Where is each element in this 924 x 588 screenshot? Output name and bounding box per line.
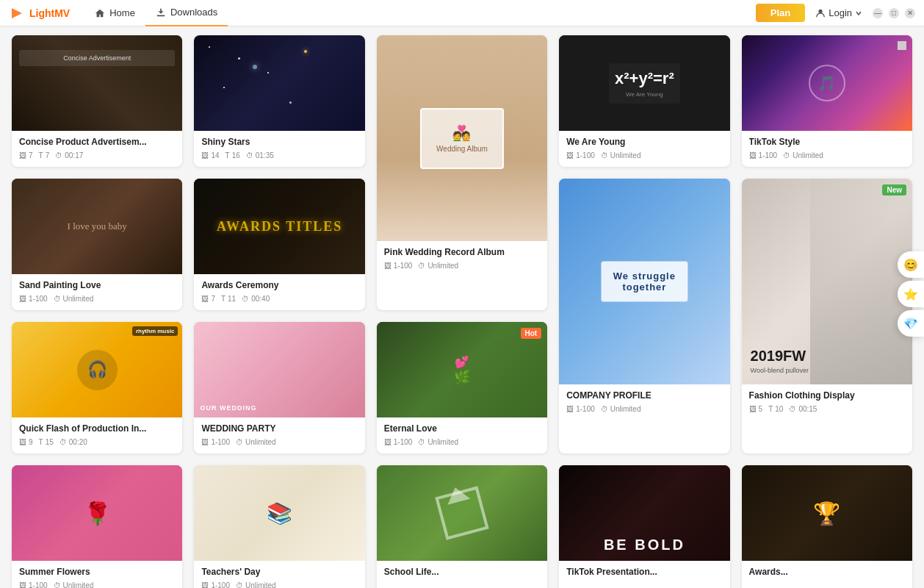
card-meta: 🖼 1-100 ⏱ Unlimited (384, 438, 540, 446)
card-meta: 🖼 7 T 7 ⏱ 00:17 (19, 151, 175, 159)
meta-photos: 🖼 1-100 (201, 581, 230, 588)
meta-photos: 🖼 1-100 (566, 405, 595, 413)
svg-marker-0 (12, 8, 22, 18)
card-be-bold[interactable]: Be Bold TikTok Presentation... (559, 465, 729, 588)
card-eternal-love[interactable]: Hot 💕 🌿 Eternal Love 🖼 1-100 (377, 322, 547, 453)
text-icon: T (225, 151, 230, 159)
card-title: Sand Painting Love (19, 280, 175, 290)
clock-icon: ⏱ (601, 151, 608, 159)
nav-home[interactable]: Home (84, 0, 145, 26)
meta-photos: 🖼 1-100 (384, 262, 413, 270)
photo-icon: 🖼 (201, 581, 209, 588)
card-meta: 🖼 1-100 ⏱ Unlimited (201, 581, 357, 588)
card-summer-flowers[interactable]: 🌹 Summer Flowers 🖼 1-100 ⏱ Unlimited (12, 465, 182, 588)
card-sand-painting[interactable]: I love you baby Sand Painting Love 🖼 1-1… (12, 179, 182, 310)
card-pink-wedding[interactable]: 💑 Wedding Album Pink Wedding Record Albu… (377, 35, 547, 310)
card-awards-ceremony[interactable]: AWARDS TITLES Awards Ceremony 🖼 7 T 11 ⏱ (194, 179, 364, 310)
card-graduation[interactable]: School Life... (377, 465, 547, 588)
clock-icon: ⏱ (54, 295, 61, 303)
photo-icon: 🖼 (384, 438, 391, 446)
card-tiktok-style[interactable]: 🎵 TikTok Style 🖼 1-100 ⏱ Unlimited (742, 35, 912, 167)
card-thumb: We struggle together (559, 179, 729, 384)
card-meta: 🖼 7 T 11 ⏱ 00:40 (201, 295, 357, 303)
awards-title: AWARDS TITLES (217, 219, 342, 234)
nav-downloads[interactable]: Downloads (145, 0, 228, 26)
card-we-are-young[interactable]: x²+y²=r² We Are Young We Are Young 🖼 1-1… (559, 35, 729, 167)
card-meta: 🖼 1-100 ⏱ Unlimited (749, 151, 905, 159)
maximize-button[interactable]: □ (889, 8, 899, 18)
photo-icon: 🖼 (201, 438, 209, 446)
photo-icon: 🖼 (201, 151, 209, 159)
minimize-button[interactable]: — (873, 8, 883, 18)
card-meta: 🖼 1-100 ⏱ Unlimited (566, 151, 722, 159)
card-thumb: 🌹 (12, 465, 182, 561)
photo-icon: 🖼 (566, 405, 574, 413)
card-info: Summer Flowers 🖼 1-100 ⏱ Unlimited (12, 561, 182, 588)
card-info: Eternal Love 🖼 1-100 ⏱ Unlimited (377, 417, 547, 453)
meta-photos: 🖼 5 (749, 405, 763, 413)
plan-button[interactable]: Plan (756, 4, 805, 22)
user-icon (815, 8, 826, 18)
meta-duration: ⏱ Unlimited (601, 405, 641, 413)
card-thumb: AWARDS TITLES (194, 179, 364, 274)
card-thumb: Concise Advertisement (12, 35, 182, 131)
card-meta: 🖼 1-100 ⏱ Unlimited (566, 405, 722, 413)
clock-icon: ⏱ (601, 405, 608, 413)
meta-photos: 🖼 1-100 (201, 438, 230, 446)
meta-duration: ⏱ 00:40 (242, 295, 270, 303)
photo-icon: 🖼 (749, 405, 757, 413)
card-wedding-party[interactable]: OUR WEDDING WEDDING PARTY 🖼 1-100 ⏱ Unli… (194, 322, 364, 453)
meta-texts: T 7 (39, 151, 50, 159)
photo-icon: 🖼 (19, 581, 26, 588)
card-title: Teachers' Day (201, 567, 357, 577)
card-title: Awards Ceremony (201, 280, 357, 290)
float-btn-star[interactable]: ⭐ (898, 281, 924, 307)
card-thumb: 🏆 (742, 465, 912, 561)
main-content: Concise Advertisement Concise Product Ad… (0, 26, 924, 588)
card-trophy[interactable]: 🏆 Awards... (742, 465, 912, 588)
meta-photos: 🖼 9 (19, 438, 33, 446)
clock-icon: ⏱ (242, 295, 249, 303)
card-badge-hot: Hot (521, 328, 542, 339)
card-title: WEDDING PARTY (201, 423, 357, 434)
photo-icon: 🖼 (566, 151, 574, 159)
card-quick-flash[interactable]: rhythm music 🎧 Quick Flash of Production… (12, 322, 182, 453)
card-badge-new: New (882, 184, 906, 196)
meta-texts: T 15 (39, 438, 54, 446)
card-info: Pink Wedding Record Album 🖼 1-100 ⏱ Unli… (377, 241, 547, 277)
card-concise-product[interactable]: Concise Advertisement Concise Product Ad… (12, 35, 182, 167)
card-thumb: 🎵 (742, 35, 912, 131)
meta-photos: 🖼 1-100 (566, 151, 595, 159)
card-title: Eternal Love (384, 423, 540, 434)
clock-icon: ⏱ (55, 151, 62, 159)
clock-icon: ⏱ (789, 405, 796, 413)
card-badge-rhythm: rhythm music (132, 326, 178, 336)
float-btn-face[interactable]: 😊 (898, 251, 924, 278)
clock-icon: ⏱ (236, 438, 243, 446)
card-fashion-clothing[interactable]: 2019FW Wool-blend pullover New Fashion C… (742, 179, 912, 453)
meta-duration: ⏱ 00:17 (55, 151, 83, 159)
float-btn-gem[interactable]: 💎 (898, 310, 924, 337)
card-info: Fashion Clothing Display 🖼 5 T 10 ⏱ 00:1… (742, 384, 912, 420)
card-thumb: 2019FW Wool-blend pullover New (742, 179, 912, 384)
clock-icon: ⏱ (783, 151, 790, 159)
login-button[interactable]: Login (815, 7, 862, 18)
card-title: Shiny Stars (201, 137, 357, 147)
clock-icon: ⏱ (418, 438, 425, 446)
card-title: We Are Young (566, 137, 722, 147)
photo-icon: 🖼 (201, 295, 209, 303)
card-thumb: 📚 (194, 465, 364, 561)
text-icon: T (221, 295, 225, 303)
card-title: School Life... (384, 567, 540, 577)
card-meta: 🖼 1-100 ⏱ Unlimited (19, 295, 175, 303)
card-shiny-stars[interactable]: Shiny Stars 🖼 14 T 16 ⏱ 01:35 (194, 35, 364, 167)
meta-texts: T 11 (221, 295, 236, 303)
card-company-profile[interactable]: We struggle together COMPANY PROFILE 🖼 1… (559, 179, 729, 453)
card-teachers-day[interactable]: 📚 Teachers' Day 🖼 1-100 ⏱ Unlimited (194, 465, 364, 588)
clock-icon: ⏱ (236, 581, 243, 588)
card-info: COMPANY PROFILE 🖼 1-100 ⏱ Unlimited (559, 384, 729, 420)
close-button[interactable]: ✕ (905, 8, 915, 18)
titlebar: LightMV Home Downloads Plan Login — □ ✕ (0, 0, 924, 26)
meta-duration: ⏱ Unlimited (783, 151, 823, 159)
meta-duration: ⏱ Unlimited (54, 581, 94, 588)
